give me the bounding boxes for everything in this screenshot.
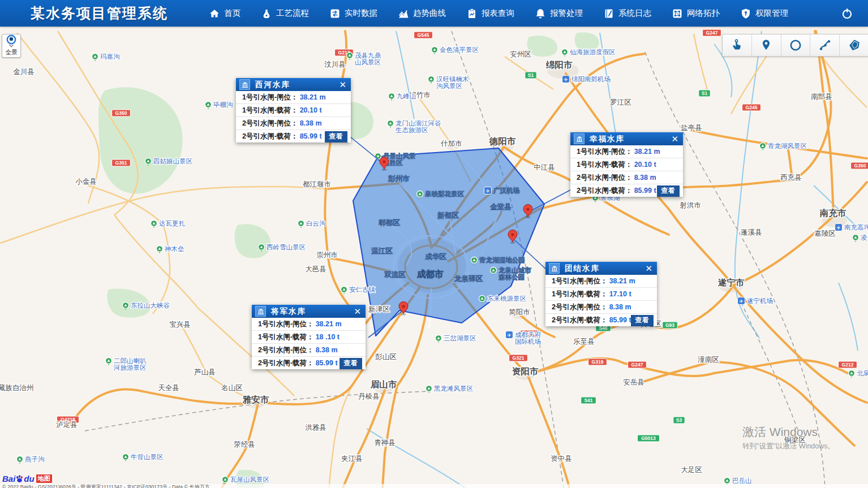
scenic-spot: 北泉风景区 [849,370,868,378]
map-city-label: 安州区 [510,50,531,58]
scenic-label: 泉映梨花景区 [425,191,465,197]
scenic-label: 毕棚沟 [213,101,233,108]
panorama-control[interactable]: 全景 [2,34,21,58]
popup-row-value: 8.38 m [634,174,656,182]
popup-header: 西河水库✕ [236,78,351,91]
polyline-tool-button[interactable] [810,34,839,56]
view-button[interactable]: 查看 [631,315,654,326]
svg-text:✈: ✈ [507,332,512,338]
map-city-label: 罗江区 [610,98,631,106]
map-city-label: 铜梁区 [784,436,806,444]
circle-tool-button[interactable] [781,34,810,56]
nav-item-realtime[interactable]: 实时数据 [329,8,377,19]
airport-marker: ✈绵阳南郊机场 [562,76,611,83]
nav-item-home[interactable]: 首页 [209,8,240,19]
nav-item-label: 权限管理 [755,8,788,19]
popup-row: 1号引水闸-载荷：20.10 t [570,158,683,171]
popup-row-value: 38.21 m [609,277,635,285]
main-nav: 首页工艺流程实时数据趋势曲线报表查询报警处理系统日志网络拓扑权限管理 [209,8,788,19]
nav-item-label: 首页 [224,8,240,19]
airport-label: 绵阳南郊机场 [571,76,611,83]
top-navbar: 某水务项目管理系统 首页工艺流程实时数据趋势曲线报表查询报警处理系统日志网络拓扑… [0,0,868,27]
view-button[interactable]: 查看 [657,185,680,197]
popup-title: 西河水库 [255,80,339,90]
airport-label: 国际机场 [515,338,541,345]
map-city-label: 资阳市 [512,366,539,376]
road-shield: G93 [663,322,678,329]
map-city-label: 藏族自治州 [0,384,33,392]
polygon-tool-button[interactable] [839,34,868,56]
popup-close-icon[interactable]: ✕ [339,80,346,89]
scenic-spot: 青龙湖湿地公园 [471,257,525,265]
map-city-label: 射洪市 [680,201,701,209]
popup-close-icon[interactable]: ✕ [645,264,652,273]
scenic-label: 安仁古镇 [349,286,376,293]
road-shield-label: G545 [418,32,429,38]
popup-close-icon[interactable]: ✕ [671,135,678,143]
map-city-label: 洪雅县 [305,424,326,431]
map-draw-toolbar [722,34,868,57]
map-city-label: 芦山县 [194,368,216,376]
map-city-label: 大邑县 [305,265,326,273]
road-shield: G319 [588,359,607,365]
scenic-label: 山风景区 [355,59,381,66]
popup-row-value: 17.10 t [609,290,631,298]
popup-row-label: 1号引水闸-载荷： [258,332,314,342]
nav-item-report[interactable]: 报表查询 [466,8,514,19]
popup-title: 幸福水库 [590,134,671,144]
nav-item-log[interactable]: 系统日志 [603,8,651,19]
scenic-label: 金色清平景区 [440,46,479,53]
scenic-label: 燕子沟 [24,456,45,463]
popup-row-label: 2号引水闸-载荷： [552,316,608,325]
nav-item-process[interactable]: 工艺流程 [261,8,309,19]
view-button[interactable]: 查看 [340,358,362,369]
map-city-label: 荥经县 [234,441,255,448]
popup-header: 将军水库✕ [252,305,366,318]
water-management-app: { "app": { "title": "某水务项目管理系统" }, "nav"… [0,0,868,488]
polyline-tool-icon [818,38,832,52]
popup-row-label: 1号引水闸-闸位： [552,277,608,286]
popup-row-label: 2号引水闸-载荷： [242,132,298,141]
power-icon [841,7,853,20]
scenic-label: 仙海旅游度假区 [570,49,616,55]
map-city-label: 潼南区 [697,356,719,364]
scenic-label: 龙泉山城市 [499,267,531,274]
map-city-label: 安岳县 [623,378,644,386]
road-shield: S1 [525,72,536,79]
road-shield-label: G350 [115,110,127,116]
logout-button[interactable] [841,7,853,20]
scenic-label: 神木垒 [165,245,184,252]
svg-text:✈: ✈ [485,188,490,194]
road-shield-label: G321 [513,355,525,361]
reservoir-icon [255,306,266,317]
polygon-tool-icon [848,38,861,52]
road-shield-label: G350 [854,163,866,169]
map-canvas[interactable]: G213G545S1S1G245S2G350G351G350G631G318G3… [0,0,868,488]
map-city-label: 什邡市 [440,140,462,148]
nav-item-alarm[interactable]: 报警处理 [535,8,583,19]
popup-row: 2号引水闸-载荷：85.99 t查看 [570,184,683,197]
svg-text:✈: ✈ [564,77,568,83]
marker-tool-icon [759,38,773,52]
hand-tool-icon [730,38,744,52]
road-shield-label: G247 [706,30,718,36]
permission-icon [740,8,751,19]
marker-tool-button[interactable] [751,34,781,56]
road-shield: G245 [742,104,761,111]
map-city-label: 汶川县 [324,61,346,68]
road-shield: G321 [509,355,528,361]
nav-item-label: 报警处理 [550,8,583,19]
reservoir-popup: 团结水库✕1号引水闸-闸位：38.21 m1号引水闸-载荷：17.10 t2号引… [545,262,657,326]
map-city-label: 盐亭县 [681,124,702,132]
nav-item-permission[interactable]: 权限管理 [740,8,788,19]
nav-item-topology[interactable]: 网络拓扑 [672,8,720,19]
nav-item-label: 工艺流程 [276,8,309,19]
hand-tool-button[interactable] [723,34,751,56]
scenic-spot: 凌云山 [853,234,868,242]
popup-close-icon[interactable]: ✕ [354,307,361,316]
scenic-label: 沟风景区 [436,83,463,89]
scenic-label: 四姑娘山景区 [153,158,193,165]
nav-item-trend[interactable]: 趋势曲线 [398,8,446,19]
popup-row-value: 38.21 m [634,148,660,156]
view-button[interactable]: 查看 [325,131,347,142]
